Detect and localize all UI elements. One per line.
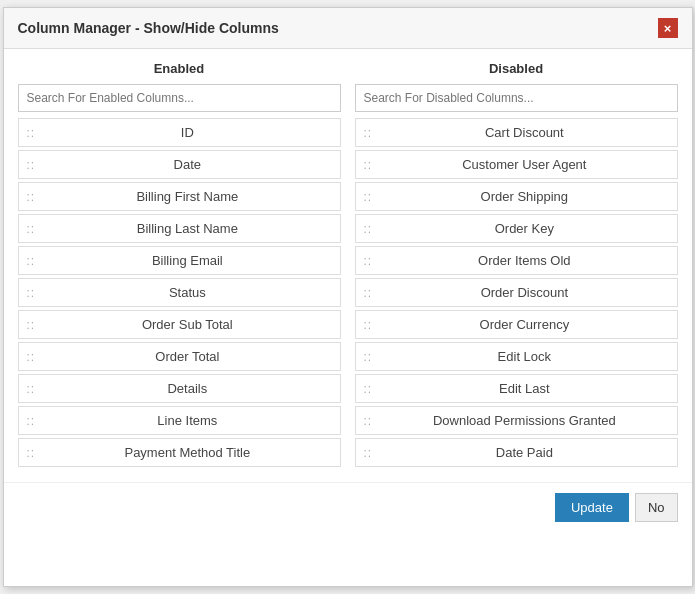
list-item[interactable]: ::Order Shipping [355, 182, 678, 211]
list-item[interactable]: ::Billing First Name [18, 182, 341, 211]
drag-handle-icon: :: [364, 350, 373, 364]
enabled-header: Enabled [18, 61, 341, 76]
drag-handle-icon: :: [27, 382, 36, 396]
column-label: Date Paid [380, 445, 668, 460]
drag-handle-icon: :: [364, 318, 373, 332]
column-label: Date [43, 157, 331, 172]
drag-handle-icon: :: [364, 446, 373, 460]
drag-handle-icon: :: [27, 158, 36, 172]
drag-handle-icon: :: [364, 190, 373, 204]
drag-handle-icon: :: [364, 126, 373, 140]
drag-handle-icon: :: [364, 158, 373, 172]
list-item[interactable]: ::Payment Method Title [18, 438, 341, 467]
column-label: ID [43, 125, 331, 140]
close-button[interactable]: × [658, 18, 678, 38]
list-item[interactable]: ::Line Items [18, 406, 341, 435]
column-label: Order Sub Total [43, 317, 331, 332]
disabled-header: Disabled [355, 61, 678, 76]
drag-handle-icon: :: [27, 190, 36, 204]
column-label: Status [43, 285, 331, 300]
list-item[interactable]: ::Order Total [18, 342, 341, 371]
list-item[interactable]: ::Date Paid [355, 438, 678, 467]
list-item[interactable]: ::Date [18, 150, 341, 179]
list-item[interactable]: ::Customer User Agent [355, 150, 678, 179]
column-label: Order Currency [380, 317, 668, 332]
column-label: Order Discount [380, 285, 668, 300]
no-button[interactable]: No [635, 493, 678, 522]
list-item[interactable]: ::Edit Last [355, 374, 678, 403]
enabled-list: ::ID::Date::Billing First Name::Billing … [18, 118, 341, 467]
column-label: Edit Lock [380, 349, 668, 364]
column-label: Details [43, 381, 331, 396]
list-item[interactable]: ::Billing Email [18, 246, 341, 275]
columns-wrapper: Enabled ::ID::Date::Billing First Name::… [18, 61, 678, 470]
search-disabled-input[interactable] [355, 84, 678, 112]
list-item[interactable]: ::Billing Last Name [18, 214, 341, 243]
column-manager-modal: Column Manager - Show/Hide Columns × Ena… [3, 7, 693, 587]
drag-handle-icon: :: [364, 382, 373, 396]
disabled-section: Disabled ::Cart Discount::Customer User … [355, 61, 678, 470]
column-label: Cart Discount [380, 125, 668, 140]
drag-handle-icon: :: [27, 318, 36, 332]
drag-handle-icon: :: [27, 446, 36, 460]
list-item[interactable]: ::Order Key [355, 214, 678, 243]
disabled-list: ::Cart Discount::Customer User Agent::Or… [355, 118, 678, 467]
modal-body: Enabled ::ID::Date::Billing First Name::… [4, 49, 692, 482]
list-item[interactable]: ::Cart Discount [355, 118, 678, 147]
drag-handle-icon: :: [27, 254, 36, 268]
column-label: Billing Email [43, 253, 331, 268]
list-item[interactable]: ::Order Items Old [355, 246, 678, 275]
drag-handle-icon: :: [27, 286, 36, 300]
column-label: Order Total [43, 349, 331, 364]
modal-title: Column Manager - Show/Hide Columns [18, 20, 279, 36]
list-item[interactable]: ::Order Currency [355, 310, 678, 339]
drag-handle-icon: :: [27, 350, 36, 364]
list-item[interactable]: ::Order Sub Total [18, 310, 341, 339]
list-item[interactable]: ::Status [18, 278, 341, 307]
drag-handle-icon: :: [364, 414, 373, 428]
enabled-section: Enabled ::ID::Date::Billing First Name::… [18, 61, 341, 470]
update-button[interactable]: Update [555, 493, 629, 522]
drag-handle-icon: :: [364, 222, 373, 236]
column-label: Order Shipping [380, 189, 668, 204]
modal-header: Column Manager - Show/Hide Columns × [4, 8, 692, 49]
column-label: Download Permissions Granted [380, 413, 668, 428]
list-item[interactable]: ::Details [18, 374, 341, 403]
column-label: Order Items Old [380, 253, 668, 268]
column-label: Billing First Name [43, 189, 331, 204]
column-label: Customer User Agent [380, 157, 668, 172]
drag-handle-icon: :: [27, 222, 36, 236]
list-item[interactable]: ::Order Discount [355, 278, 678, 307]
column-label: Payment Method Title [43, 445, 331, 460]
column-label: Billing Last Name [43, 221, 331, 236]
search-enabled-input[interactable] [18, 84, 341, 112]
modal-footer: Update No [4, 482, 692, 532]
list-item[interactable]: ::ID [18, 118, 341, 147]
column-label: Edit Last [380, 381, 668, 396]
drag-handle-icon: :: [364, 286, 373, 300]
drag-handle-icon: :: [27, 126, 36, 140]
drag-handle-icon: :: [27, 414, 36, 428]
list-item[interactable]: ::Edit Lock [355, 342, 678, 371]
column-label: Order Key [380, 221, 668, 236]
column-label: Line Items [43, 413, 331, 428]
drag-handle-icon: :: [364, 254, 373, 268]
list-item[interactable]: ::Download Permissions Granted [355, 406, 678, 435]
